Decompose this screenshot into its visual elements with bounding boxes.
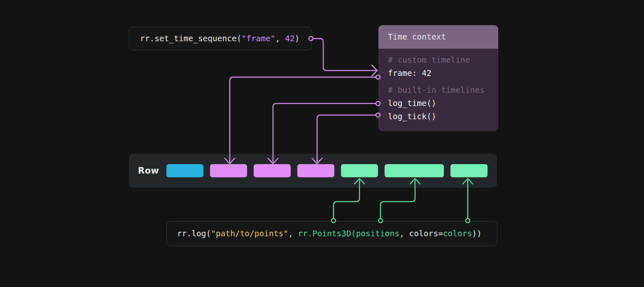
code-token: ) (295, 34, 300, 43)
code-token: , (275, 34, 285, 43)
row-block-6-green (385, 164, 444, 177)
code-token-path-string: "path/to/points" (211, 229, 288, 238)
diagram-canvas: rr.set_time_sequence("frame", 42) Time c… (0, 0, 644, 287)
row-block-3-purple (254, 164, 291, 177)
code-token: )) (472, 229, 481, 238)
row-block-7-green (450, 164, 488, 177)
log-call-code-box: rr.log("path/to/points", rr.Points3D(pos… (166, 221, 497, 246)
arrow-settime-to-frame (309, 37, 377, 76)
code-token: , (288, 229, 298, 238)
builtin-timelines-comment: # built-in timelines (378, 84, 498, 97)
arrow-frame-to-row (225, 75, 380, 164)
row-block-5-green (341, 164, 378, 177)
log-tick-timeline: log_tick() (378, 110, 498, 123)
row-label: Row (138, 154, 159, 188)
row-block-2-purple (210, 164, 247, 177)
code-token-string: "frame" (242, 34, 275, 43)
code-token: rr.set_time_sequence( (140, 34, 242, 43)
time-context-panel-body: # custom timeline frame: 42 # built-in t… (378, 54, 498, 123)
time-context-panel: Time context # custom timeline frame: 42… (378, 25, 498, 131)
custom-timeline-comment: # custom timeline (378, 54, 498, 67)
code-token-colors-value: colors (443, 229, 472, 238)
row-block-1-blue (166, 164, 203, 177)
set-time-sequence-code-box: rr.set_time_sequence("frame", 42) (129, 27, 312, 50)
code-token-number: 42 (285, 34, 294, 43)
code-token: , colors= (399, 229, 443, 238)
time-context-panel-header: Time context (378, 25, 498, 49)
code-token-points3d: rr.Points3D(positions (298, 229, 400, 238)
row-block-4-purple (297, 164, 334, 177)
row-timeline-bar: Row (129, 154, 497, 188)
log-time-timeline: log_time() (378, 97, 498, 110)
frame-timeline-value: frame: 42 (378, 67, 498, 80)
time-context-title: Time context (388, 32, 446, 42)
code-token: rr.log( (177, 229, 211, 238)
